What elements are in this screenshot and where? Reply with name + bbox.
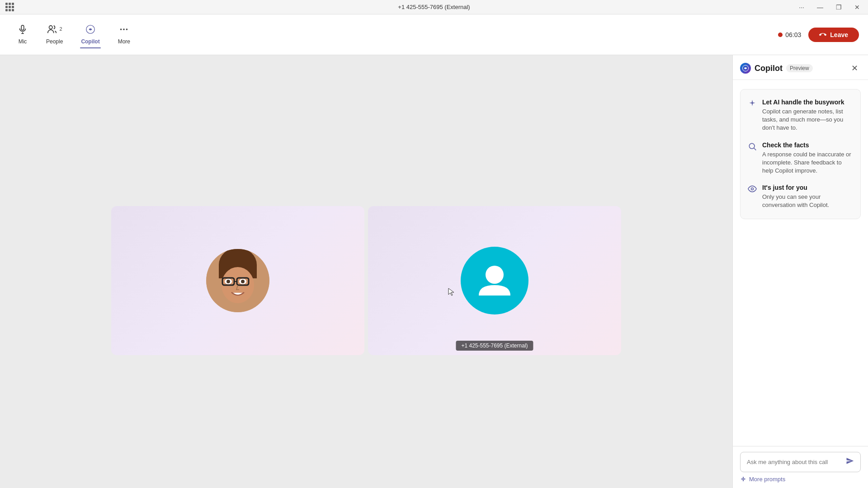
copilot-info-body-3: Only you can see your conversation with … [762, 193, 853, 209]
copilot-preview-badge: Preview [786, 64, 813, 72]
copilot-info-body-1: Copilot can generate notes, list tasks, … [762, 108, 853, 132]
copilot-info-title-3: It's just for you [762, 184, 853, 191]
local-user-avatar [206, 249, 269, 312]
restore-button[interactable]: ❐ [833, 3, 844, 12]
svg-point-26 [751, 188, 754, 190]
copilot-icon [85, 24, 95, 37]
external-video-tile: +1 425-555-7695 (External) [368, 206, 621, 355]
copilot-footer: More prompts [733, 446, 868, 488]
svg-rect-0 [21, 25, 24, 30]
svg-point-22 [486, 266, 504, 284]
copilot-header-left: Copilot Preview [740, 63, 813, 74]
ask-input-wrapper[interactable] [740, 452, 861, 472]
copilot-panel-title: Copilot [755, 64, 783, 73]
person-icon-svg [474, 260, 515, 301]
toolbar-right: 06:03 Leave [778, 28, 859, 42]
close-button[interactable]: ✕ [852, 3, 863, 12]
more-options-button[interactable]: ··· [796, 3, 807, 12]
copilot-header: Copilot Preview ✕ [733, 55, 868, 80]
title-bar: +1 425-555-7695 (External) ··· — ❐ ✕ [0, 0, 868, 14]
svg-point-24 [749, 143, 755, 149]
recording-time: 06:03 [785, 31, 801, 38]
more-label: More [118, 38, 130, 45]
copilot-info-item-2: Check the facts A response could be inac… [748, 141, 853, 175]
title-bar-controls: ··· — ❐ ✕ [796, 3, 863, 12]
people-icon: 2 [47, 24, 62, 37]
app-grid-icon[interactable] [5, 3, 14, 11]
people-count: 2 [59, 26, 62, 32]
send-icon [846, 457, 854, 465]
svg-point-21 [241, 280, 245, 283]
leave-button[interactable]: Leave [808, 28, 859, 42]
svg-point-19 [226, 280, 230, 283]
eye-icon [748, 184, 757, 196]
copilot-logo [740, 63, 751, 74]
avatar-face-svg [206, 249, 269, 312]
copilot-info-text-2: Check the facts A response could be inac… [762, 141, 853, 175]
copilot-info-text-3: It's just for you Only you can see your … [762, 184, 853, 209]
copilot-label: Copilot [81, 38, 99, 45]
magnify-icon [748, 142, 757, 153]
copilot-info-item-1: Let AI handle the busywork Copilot can g… [748, 99, 853, 132]
toolbar: Mic 2 People Copil [0, 14, 868, 55]
copilot-info-card: Let AI handle the busywork Copilot can g… [740, 89, 861, 219]
title-bar-title: +1 425-555-7695 (External) [398, 4, 470, 10]
more-button[interactable]: More [110, 21, 138, 48]
external-caller-avatar [461, 247, 528, 314]
copilot-button[interactable]: Copilot [73, 21, 108, 48]
copilot-info-body-2: A response could be inaccurate or incomp… [762, 150, 853, 175]
more-icon [119, 24, 129, 37]
external-caller-label: +1 425-555-7695 (External) [456, 341, 533, 351]
local-video-tile [111, 206, 364, 355]
video-area: +1 425-555-7695 (External) [0, 55, 732, 488]
copilot-info-title-1: Let AI handle the busywork [762, 99, 853, 106]
copilot-info-title-2: Check the facts [762, 141, 853, 149]
mic-label: Mic [19, 38, 27, 45]
svg-line-25 [754, 148, 756, 150]
send-button[interactable] [846, 457, 854, 467]
copilot-body: Let AI handle the busywork Copilot can g… [733, 80, 868, 446]
more-prompts-button[interactable]: More prompts [740, 476, 785, 483]
ask-input[interactable] [747, 459, 846, 465]
sparkle-icon [748, 99, 757, 110]
copilot-info-text-1: Let AI handle the busywork Copilot can g… [762, 99, 853, 132]
phone-icon [819, 31, 826, 38]
main-content: +1 425-555-7695 (External) Copilot Previ… [0, 55, 868, 488]
mic-button[interactable]: Mic [9, 21, 36, 48]
svg-point-7 [123, 28, 125, 30]
title-bar-left [5, 3, 14, 11]
people-button[interactable]: 2 People [38, 21, 71, 48]
copilot-logo-svg [742, 65, 749, 72]
svg-point-4 [49, 26, 52, 29]
copilot-close-button[interactable]: ✕ [849, 62, 861, 74]
svg-point-8 [126, 28, 128, 30]
minimize-button[interactable]: — [814, 3, 826, 12]
sparkle-small-icon [740, 476, 746, 483]
video-grid: +1 425-555-7695 (External) [0, 73, 732, 488]
copilot-info-item-3: It's just for you Only you can see your … [748, 184, 853, 209]
svg-point-6 [120, 28, 122, 30]
leave-label: Leave [830, 31, 848, 38]
mic-icon [18, 24, 28, 37]
recording-badge: 06:03 [778, 31, 801, 38]
recording-dot [778, 33, 783, 37]
copilot-panel: Copilot Preview ✕ Let AI handle the busy… [732, 55, 868, 488]
more-prompts-label: More prompts [749, 476, 785, 483]
toolbar-left: Mic 2 People Copil [9, 21, 138, 48]
people-label: People [46, 38, 63, 45]
